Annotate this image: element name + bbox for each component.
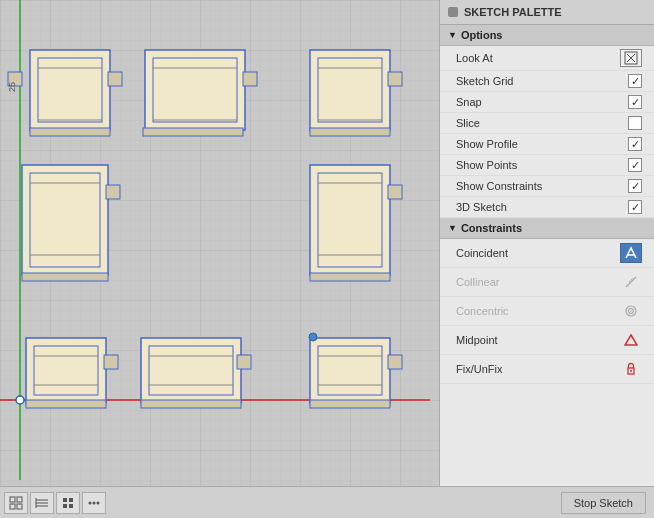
options-section-header[interactable]: ▼ Options: [440, 25, 654, 46]
svg-rect-31: [310, 165, 390, 275]
3d-sketch-checkbox[interactable]: [628, 200, 642, 214]
coincident-icon[interactable]: [620, 243, 642, 263]
collinear-label: Collinear: [456, 276, 499, 288]
svg-rect-47: [237, 355, 251, 369]
svg-rect-54: [310, 400, 390, 408]
svg-rect-79: [63, 504, 67, 508]
palette-title: SKETCH PALETTE: [464, 6, 562, 18]
concentric-label: Concentric: [456, 305, 509, 317]
sketch-grid-checkbox[interactable]: [628, 74, 642, 88]
show-constraints-checkbox[interactable]: [628, 179, 642, 193]
svg-rect-48: [141, 400, 241, 408]
options-arrow: ▼: [448, 30, 457, 40]
svg-rect-37: [26, 338, 106, 403]
svg-rect-77: [63, 498, 67, 502]
grid-icon: [35, 496, 49, 510]
sketch-canvas: 25: [0, 0, 439, 486]
constraint-collinear: Collinear: [440, 268, 654, 297]
look-at-icon: [624, 51, 638, 65]
constraints-section-header[interactable]: ▼ Constraints: [440, 218, 654, 239]
view-icon: [9, 496, 23, 510]
svg-point-83: [97, 501, 100, 504]
svg-rect-71: [10, 504, 15, 509]
slice-checkbox[interactable]: [628, 116, 642, 130]
svg-text:25: 25: [7, 82, 17, 92]
constraint-fix-unfix: Fix/UnFix: [440, 355, 654, 384]
svg-rect-43: [141, 338, 241, 403]
constraints-arrow: ▼: [448, 223, 457, 233]
svg-rect-70: [17, 497, 22, 502]
snap-icon: [61, 496, 75, 510]
fix-unfix-icon[interactable]: [620, 359, 642, 379]
svg-rect-16: [243, 72, 257, 86]
sketch-palette: SKETCH PALETTE ▼ Options Look At Sketch …: [439, 0, 654, 486]
palette-indicator: [448, 7, 458, 17]
concentric-icon[interactable]: [620, 301, 642, 321]
look-at-label: Look At: [456, 52, 493, 64]
svg-rect-30: [22, 273, 108, 281]
constraint-concentric: Concentric: [440, 297, 654, 326]
svg-rect-17: [143, 128, 243, 136]
fix-unfix-label: Fix/UnFix: [456, 363, 502, 375]
collinear-icon[interactable]: [620, 272, 642, 292]
show-constraints-label: Show Constraints: [456, 180, 542, 192]
show-points-checkbox[interactable]: [628, 158, 642, 172]
svg-rect-9: [108, 72, 122, 86]
snap-label: Snap: [456, 96, 482, 108]
svg-rect-69: [10, 497, 15, 502]
svg-rect-22: [388, 72, 402, 86]
snap-toggle-btn[interactable]: [56, 492, 80, 514]
svg-point-68: [630, 370, 632, 372]
svg-rect-23: [310, 128, 390, 136]
option-show-constraints: Show Constraints: [440, 176, 654, 197]
canvas-area[interactable]: 25: [0, 0, 439, 486]
3d-sketch-label: 3D Sketch: [456, 201, 507, 213]
svg-rect-41: [104, 355, 118, 369]
show-profile-label: Show Profile: [456, 138, 518, 150]
svg-rect-36: [310, 273, 390, 281]
more-icon: [87, 496, 101, 510]
bottom-toolbar: Stop Sketch: [0, 486, 654, 518]
midpoint-label: Midpoint: [456, 334, 498, 346]
palette-header: SKETCH PALETTE: [440, 0, 654, 25]
svg-rect-42: [26, 400, 106, 408]
svg-point-55: [309, 333, 317, 341]
svg-rect-72: [17, 504, 22, 509]
view-toggle-btn[interactable]: [4, 492, 28, 514]
svg-rect-29: [106, 185, 120, 199]
svg-rect-12: [145, 50, 245, 130]
svg-marker-66: [625, 335, 637, 345]
svg-line-61: [626, 277, 636, 287]
option-3d-sketch: 3D Sketch: [440, 197, 654, 218]
option-look-at: Look At: [440, 46, 654, 71]
show-points-label: Show Points: [456, 159, 517, 171]
svg-rect-49: [310, 338, 390, 403]
grid-toggle-btn[interactable]: [30, 492, 54, 514]
look-at-button[interactable]: [620, 49, 642, 67]
option-show-points: Show Points: [440, 155, 654, 176]
show-profile-checkbox[interactable]: [628, 137, 642, 151]
svg-point-81: [89, 501, 92, 504]
svg-rect-5: [30, 50, 110, 130]
option-snap: Snap: [440, 92, 654, 113]
coincident-label: Coincident: [456, 247, 508, 259]
svg-rect-25: [22, 165, 108, 275]
snap-checkbox[interactable]: [628, 95, 642, 109]
svg-point-65: [630, 310, 632, 312]
option-show-profile: Show Profile: [440, 134, 654, 155]
svg-point-82: [93, 501, 96, 504]
svg-rect-78: [69, 498, 73, 502]
constraints-label: Constraints: [461, 222, 522, 234]
svg-rect-80: [69, 504, 73, 508]
svg-rect-11: [30, 128, 110, 136]
option-sketch-grid: Sketch Grid: [440, 71, 654, 92]
slice-label: Slice: [456, 117, 480, 129]
constraint-midpoint: Midpoint: [440, 326, 654, 355]
svg-rect-53: [388, 355, 402, 369]
svg-rect-18: [310, 50, 390, 130]
svg-point-56: [16, 396, 24, 404]
stop-sketch-button[interactable]: Stop Sketch: [561, 492, 646, 514]
more-toggle-btn[interactable]: [82, 492, 106, 514]
midpoint-icon[interactable]: [620, 330, 642, 350]
constraint-coincident: Coincident: [440, 239, 654, 268]
